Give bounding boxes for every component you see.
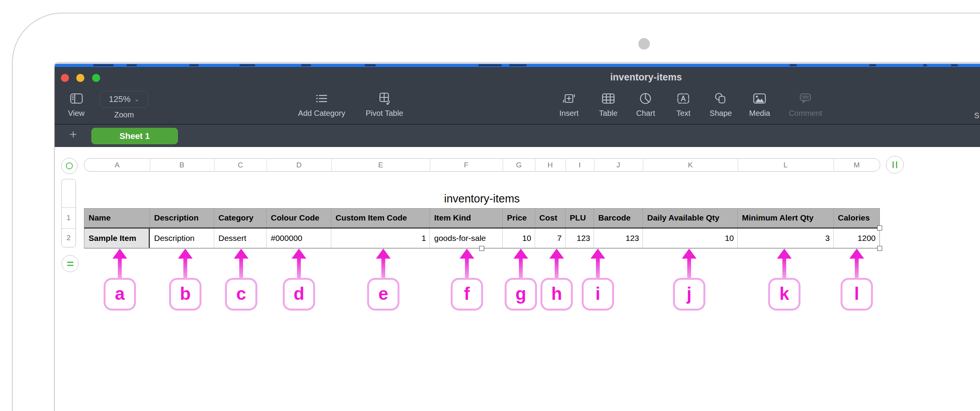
media-photo-icon	[753, 91, 767, 106]
add-sheet-button[interactable]: +	[67, 127, 79, 142]
header-cell[interactable]: Calories	[834, 209, 879, 227]
column-header-d[interactable]: D	[291, 159, 307, 171]
view-sidebar-icon	[69, 91, 83, 106]
header-cell[interactable]: Description	[150, 209, 214, 227]
column-header-a[interactable]: A	[109, 159, 125, 171]
insert-button[interactable]: Insert	[559, 91, 579, 118]
shape-icon	[714, 91, 728, 106]
cell-c2[interactable]: Dessert	[214, 229, 267, 248]
column-header-f[interactable]: F	[458, 159, 474, 171]
header-cell[interactable]: Item Kind	[430, 209, 503, 227]
row-header-1[interactable]: 1	[62, 207, 76, 228]
close-button[interactable]	[61, 74, 69, 82]
annotation-i: i	[582, 249, 614, 311]
header-cell[interactable]: Category	[214, 209, 267, 227]
minimize-button[interactable]	[76, 74, 84, 82]
column-header-k[interactable]: K	[683, 159, 698, 171]
table-label: Table	[599, 109, 618, 118]
sheet-tab[interactable]: Sheet 1	[91, 128, 178, 144]
cell-a2[interactable]: Sample Item	[84, 229, 150, 248]
comment-bubble-icon	[799, 91, 812, 106]
column-header-m[interactable]: M	[849, 159, 864, 171]
row-header-2[interactable]: 2	[62, 228, 76, 247]
cell-m2[interactable]: 1200	[834, 229, 879, 248]
cell-k2[interactable]: 10	[643, 229, 738, 248]
view-button[interactable]: View	[68, 91, 85, 118]
add-column-handle[interactable]	[886, 156, 904, 174]
column-header-strip[interactable]: A B C D E F G H I J K L M	[84, 158, 880, 172]
column-header-h[interactable]: H	[542, 159, 558, 171]
pivot-table-icon	[377, 91, 392, 106]
zoom-window-button[interactable]	[92, 74, 100, 82]
decorative-dot	[638, 38, 650, 50]
table-title[interactable]: inventory-items	[84, 192, 880, 206]
table-resize-handle-right[interactable]	[877, 226, 882, 231]
cell-b2[interactable]: Description	[150, 229, 214, 248]
chart-button[interactable]: Chart	[636, 91, 655, 118]
add-category-button[interactable]: Add Category	[298, 91, 345, 118]
cell-e2[interactable]: 1	[331, 229, 430, 248]
annotation-letter: e	[367, 278, 399, 311]
bullet-list-icon	[315, 91, 329, 106]
table-button[interactable]: Table	[599, 91, 618, 118]
cell-d2[interactable]: #000000	[267, 229, 331, 248]
header-cell[interactable]: Custom Item Code	[331, 209, 430, 227]
annotation-letter: f	[451, 278, 483, 311]
cell-f2[interactable]: goods-for-sale	[430, 229, 503, 248]
header-cell[interactable]: Price	[503, 209, 535, 227]
annotation-letter: l	[841, 278, 873, 311]
zoom-label: Zoom	[114, 110, 134, 119]
add-row-handle[interactable]	[62, 255, 79, 272]
annotation-letter: g	[505, 278, 537, 311]
table-select-handle[interactable]	[61, 158, 77, 174]
media-button[interactable]: Media	[749, 91, 770, 118]
header-cell[interactable]: Colour Code	[267, 209, 331, 227]
pivot-table-button[interactable]: Pivot Table	[366, 91, 403, 118]
column-header-c[interactable]: C	[233, 159, 248, 171]
header-cell[interactable]: Barcode	[594, 209, 643, 227]
cell-j2[interactable]: 123	[594, 229, 643, 248]
table-resize-handle-bottom[interactable]	[479, 246, 484, 251]
equals-bars-icon	[67, 262, 74, 266]
header-cell[interactable]: Name	[84, 209, 150, 227]
pie-chart-icon	[639, 91, 653, 106]
cell-g2[interactable]: 10	[503, 229, 535, 248]
annotation-f: f	[451, 249, 483, 311]
annotation-b: b	[169, 249, 201, 311]
row-number-strip[interactable]: 1 2	[61, 179, 76, 247]
header-cell[interactable]: Daily Available Qty	[643, 209, 738, 227]
annotation-l: l	[841, 249, 873, 311]
header-cell[interactable]: Minimum Alert Qty	[738, 209, 834, 227]
comment-label: Comment	[789, 109, 822, 118]
chart-label: Chart	[636, 109, 655, 118]
cell-h2[interactable]: 7	[535, 229, 566, 248]
header-cell[interactable]: PLU	[566, 209, 594, 227]
zoom-level-button[interactable]: 125% ⌄	[100, 91, 148, 108]
table-header-row: Name Description Category Colour Code Cu…	[84, 208, 880, 229]
text-button[interactable]: Text	[676, 91, 691, 118]
column-header-b[interactable]: B	[174, 159, 190, 171]
circle-icon	[66, 162, 73, 169]
column-header-i[interactable]: I	[572, 159, 587, 171]
text-label: Text	[676, 109, 691, 118]
cell-l2[interactable]: 3	[738, 229, 834, 248]
window-title: inventory-items	[550, 72, 742, 83]
chevron-down-icon: ⌄	[134, 96, 139, 103]
annotation-e: e	[367, 249, 399, 311]
cell-i2[interactable]: 123	[566, 229, 594, 248]
comment-button[interactable]: Comment	[789, 91, 822, 118]
column-header-e[interactable]: E	[373, 159, 388, 171]
background-window-strip	[55, 64, 980, 67]
shape-button[interactable]: Shape	[710, 91, 732, 118]
share-button-partial[interactable]: S	[974, 111, 979, 120]
header-cell[interactable]: Cost	[535, 209, 566, 227]
column-header-j[interactable]: J	[611, 159, 626, 171]
column-header-g[interactable]: G	[511, 159, 527, 171]
annotation-g: g	[505, 249, 537, 311]
table-resize-handle-corner[interactable]	[877, 246, 882, 251]
annotation-letter: k	[768, 278, 800, 311]
column-header-l[interactable]: L	[778, 159, 793, 171]
media-label: Media	[749, 109, 770, 118]
annotation-letter: i	[582, 278, 614, 311]
view-label: View	[68, 109, 85, 118]
